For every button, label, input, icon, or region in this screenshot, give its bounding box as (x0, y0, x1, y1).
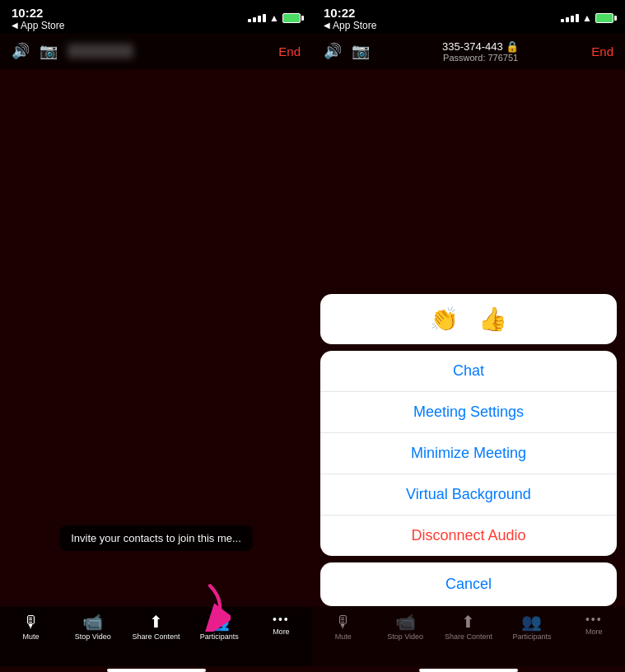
right-mute-icon: 🎙 (335, 614, 352, 630)
right-participants-button[interactable]: 👥 Participants (509, 614, 554, 641)
right-mute-button[interactable]: 🎙 Mute (320, 614, 366, 641)
signal-icon (248, 14, 266, 22)
right-more-button[interactable]: ••• More (571, 614, 617, 636)
left-home-indicator (107, 669, 206, 672)
disconnect-audio-menu-item[interactable]: Disconnect Audio (320, 516, 617, 556)
right-time: 10:22 (324, 6, 376, 20)
right-back[interactable]: App Store (324, 20, 376, 31)
left-end-button[interactable]: End (278, 44, 301, 58)
invite-tooltip: Invite your contacts to join this me... (59, 525, 253, 551)
meeting-password: Password: 776751 (380, 53, 581, 63)
emoji-reaction-row: 👏 👍 (320, 294, 617, 344)
left-video-area: Invite your contacts to join this me... (0, 69, 312, 607)
right-battery-icon (595, 13, 613, 23)
thumbs-up-emoji[interactable]: 👍 (478, 306, 507, 333)
right-video-icon: 📹 (395, 614, 416, 630)
left-title-blurred (68, 44, 268, 58)
action-menu: 👏 👍 Chat Meeting Settings Minimize Meeti… (320, 294, 617, 606)
participants-label: Participants (200, 632, 239, 641)
left-camera-icon[interactable]: 📷 (40, 42, 58, 60)
left-back[interactable]: App Store (12, 20, 64, 31)
left-status-icons: ▲ (248, 12, 301, 24)
right-home-indicator (419, 669, 518, 672)
left-time: 10:22 (12, 6, 64, 20)
left-more-button[interactable]: ••• More (259, 614, 304, 636)
right-panel: 10:22 App Store ▲ 🔊 📷 335-374-443 🔒 Pass… (312, 0, 625, 672)
right-stop-video-label: Stop Video (387, 632, 423, 641)
right-end-button[interactable]: End (591, 44, 613, 58)
menu-list: Chat Meeting Settings Minimize Meeting V… (320, 351, 617, 556)
share-label: Share Content (132, 632, 180, 641)
left-bottom-bar: 🎙 Mute 📹 Stop Video ⬆ Share Content 👥 Pa… (0, 607, 312, 666)
right-status-icons: ▲ (561, 12, 613, 24)
clap-emoji[interactable]: 👏 (430, 306, 459, 333)
left-mute-button[interactable]: 🎙 Mute (8, 614, 54, 641)
minimize-meeting-menu-item[interactable]: Minimize Meeting (320, 433, 617, 474)
more-label: More (273, 628, 290, 636)
left-stop-video-button[interactable]: 📹 Stop Video (70, 614, 115, 641)
right-speaker-icon[interactable]: 🔊 (324, 42, 342, 60)
video-icon: 📹 (82, 614, 103, 630)
right-stop-video-button[interactable]: 📹 Stop Video (383, 614, 428, 641)
meeting-settings-menu-item[interactable]: Meeting Settings (320, 392, 617, 433)
battery-icon (282, 13, 301, 23)
share-icon: ⬆ (149, 614, 163, 630)
stop-video-label: Stop Video (75, 632, 111, 641)
right-mute-label: Mute (335, 632, 352, 641)
mute-icon: 🎙 (23, 614, 40, 630)
wifi-icon: ▲ (269, 12, 279, 24)
right-wifi-icon: ▲ (582, 12, 592, 24)
right-signal-icon (561, 14, 579, 22)
right-more-icon: ••• (585, 614, 603, 625)
right-share-icon: ⬆ (461, 614, 475, 630)
right-more-label: More (585, 628, 603, 636)
cancel-button[interactable]: Cancel (320, 562, 617, 606)
right-camera-icon[interactable]: 📷 (352, 42, 370, 60)
left-panel: 10:22 App Store ▲ 🔊 📷 End Invite yo (0, 0, 312, 672)
more-icon: ••• (273, 614, 290, 625)
right-participants-label: Participants (512, 632, 551, 641)
left-share-button[interactable]: ⬆ Share Content (132, 614, 180, 641)
chat-menu-item[interactable]: Chat (320, 351, 617, 392)
right-share-label: Share Content (445, 632, 492, 641)
right-status-bar: 10:22 App Store ▲ (312, 0, 625, 33)
left-top-bar: 🔊 📷 End (0, 33, 312, 69)
right-participants-icon: 👥 (521, 614, 542, 630)
meeting-info: 335-374-443 🔒 Password: 776751 (380, 40, 581, 63)
virtual-background-menu-item[interactable]: Virtual Background (320, 474, 617, 516)
mute-label: Mute (23, 632, 40, 641)
right-share-button[interactable]: ⬆ Share Content (445, 614, 492, 641)
left-status-bar: 10:22 App Store ▲ (0, 0, 312, 33)
right-bottom-bar: 🎙 Mute 📹 Stop Video ⬆ Share Content 👥 Pa… (312, 607, 625, 666)
right-top-bar: 🔊 📷 335-374-443 🔒 Password: 776751 End (312, 33, 625, 69)
meeting-id: 335-374-443 🔒 (380, 40, 581, 53)
left-speaker-icon[interactable]: 🔊 (12, 42, 30, 60)
